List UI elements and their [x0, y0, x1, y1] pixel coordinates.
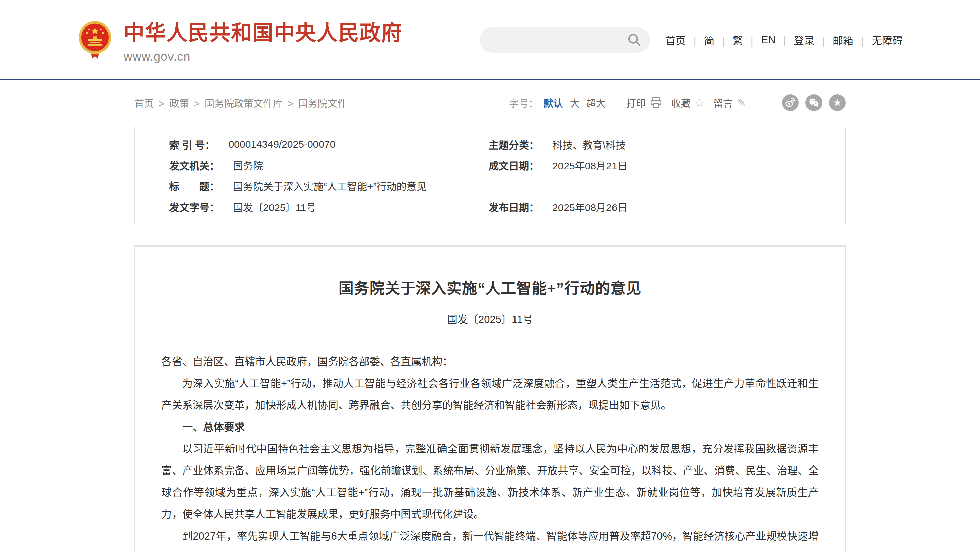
- meta-value: 2025年08月21日: [552, 158, 627, 172]
- document-body: 各省、自治区、直辖市人民政府，国务院各部委、各直属机构：为深入实施“人工智能+”…: [161, 351, 819, 552]
- site-url: www.gov.cn: [124, 50, 403, 64]
- meta-value: 国务院关于深入实施“人工智能+”行动的意见: [233, 178, 427, 193]
- favorite-button[interactable]: 收藏 ☆: [671, 95, 705, 109]
- document-number: 国发〔2025〕11号: [161, 311, 819, 326]
- meta-row: 标 题： 国务院关于深入实施“人工智能+”行动的意见: [169, 175, 488, 196]
- breadcrumb: 首页政策国务院政策文件库国务院文件: [134, 95, 347, 109]
- site-title: 中华人民共和国中央人民政府: [124, 16, 403, 46]
- meta-column-right: 主题分类： 科技、教育\科技 成文日期： 2025年08月21日: [488, 134, 845, 217]
- breadcrumb-item[interactable]: 政策: [170, 95, 205, 109]
- topnav-link[interactable]: EN: [761, 34, 794, 46]
- topnav-link[interactable]: 简: [704, 32, 733, 47]
- toolbar-divider: [616, 97, 616, 108]
- font-size-options: 默认大超大: [544, 95, 606, 109]
- search-input[interactable]: [491, 34, 627, 46]
- meta-label: 发文机关：: [169, 158, 220, 172]
- paragraph: 以习近平新时代中国特色社会主义思想为指导，完整准确全面贯彻新发展理念，坚持以人民…: [161, 438, 819, 525]
- print-label: 打印: [626, 95, 646, 109]
- page-toolbar: 字号： 默认大超大 打印 收藏 ☆ 留言: [509, 94, 846, 111]
- breadcrumb-item[interactable]: 首页: [134, 95, 170, 109]
- meta-value: 国务院: [233, 158, 263, 172]
- font-size-option[interactable]: 超大: [586, 95, 606, 109]
- meta-column-left: 索 引 号： 000014349/2025-00070 发文机关： 国务院 标 …: [135, 134, 488, 217]
- breadcrumb-toolbar-row: 首页政策国务院政策文件库国务院文件 字号： 默认大超大 打印 收藏: [134, 94, 846, 111]
- meta-label: 成文日期：: [488, 158, 539, 172]
- meta-value: 2025年08月26日: [552, 199, 627, 214]
- star-outline-icon: ☆: [695, 97, 705, 108]
- site-logo[interactable]: 中华人民共和国中央人民政府 www.gov.cn: [77, 16, 403, 64]
- search-box: [480, 27, 650, 52]
- document-meta-panel: 索 引 号： 000014349/2025-00070 发文机关： 国务院 标 …: [134, 127, 846, 224]
- topnav-link[interactable]: 首页: [665, 32, 704, 47]
- breadcrumb-item[interactable]: 国务院政策文件库: [205, 95, 298, 109]
- pencil-icon: ✎: [737, 97, 746, 108]
- share-buttons: ★: [775, 94, 846, 111]
- favorite-label: 收藏: [671, 95, 691, 109]
- wechat-icon: [808, 98, 819, 108]
- meta-row: 主题分类： 科技、教育\科技: [488, 134, 845, 155]
- meta-row: 发文字号： 国发〔2025〕11号: [169, 196, 488, 217]
- meta-row: 索 引 号： 000014349/2025-00070: [169, 134, 488, 155]
- print-button[interactable]: 打印: [626, 95, 662, 109]
- document-title: 国务院关于深入实施“人工智能+”行动的意见: [161, 276, 819, 298]
- top-nav: 首页简繁EN登录邮箱无障碍: [665, 32, 903, 47]
- meta-label: 索 引 号：: [169, 137, 215, 152]
- meta-label: 主题分类：: [488, 137, 539, 152]
- main-content: 索 引 号： 000014349/2025-00070 发文机关： 国务院 标 …: [134, 127, 846, 552]
- topnav-link[interactable]: 登录: [794, 32, 833, 47]
- site-header: 中华人民共和国中央人民政府 www.gov.cn: [0, 0, 980, 81]
- meta-value: 国发〔2025〕11号: [233, 199, 316, 214]
- search-button[interactable]: [627, 33, 641, 47]
- font-size-label: 字号：: [509, 95, 538, 109]
- font-size-option[interactable]: 默认: [544, 95, 563, 109]
- paragraph: 到2027年，率先实现人工智能与6大重点领域广泛深度融合，新一代智能终端、智能体…: [161, 525, 819, 552]
- paragraph: 为深入实施“人工智能+”行动，推动人工智能与经济社会各行业各领域广泛深度融合，重…: [161, 373, 819, 416]
- paragraph: 各省、自治区、直辖市人民政府，国务院各部委、各直属机构：: [161, 351, 819, 373]
- meta-label: 发布日期：: [488, 199, 539, 214]
- font-size-option[interactable]: 大: [570, 95, 580, 109]
- document-panel: 国务院关于深入实施“人工智能+”行动的意见 国发〔2025〕11号 各省、自治区…: [134, 246, 846, 552]
- meta-label: 标 题：: [169, 178, 220, 193]
- meta-value: 000014349/2025-00070: [229, 138, 336, 150]
- weibo-share-button[interactable]: [782, 94, 799, 111]
- national-emblem-icon: [77, 21, 113, 59]
- meta-row: 成文日期： 2025年08月21日: [488, 155, 845, 175]
- meta-row: 发文机关： 国务院: [169, 155, 488, 175]
- meta-row: 发布日期： 2025年08月26日: [488, 196, 845, 217]
- topnav-link[interactable]: 无障碍: [872, 32, 903, 47]
- meta-label: 发文字号：: [169, 199, 220, 214]
- comment-label: 留言: [713, 95, 733, 109]
- wechat-share-button[interactable]: [805, 94, 822, 111]
- weibo-icon: [785, 98, 796, 108]
- qzone-icon: ★: [833, 98, 842, 108]
- comment-button[interactable]: 留言 ✎: [713, 95, 746, 109]
- meta-value: 科技、教育\科技: [552, 137, 625, 152]
- page: 中华人民共和国中央人民政府 www.gov.cn: [0, 0, 980, 552]
- search-icon: [627, 33, 641, 47]
- breadcrumb-item: 国务院文件: [298, 95, 347, 109]
- paragraph: 一、总体要求: [161, 416, 819, 438]
- qzone-share-button[interactable]: ★: [829, 94, 846, 111]
- topnav-link[interactable]: 繁: [733, 32, 761, 47]
- meta-row: [488, 175, 845, 196]
- printer-icon: [650, 97, 662, 109]
- topnav-link[interactable]: 邮箱: [833, 32, 872, 47]
